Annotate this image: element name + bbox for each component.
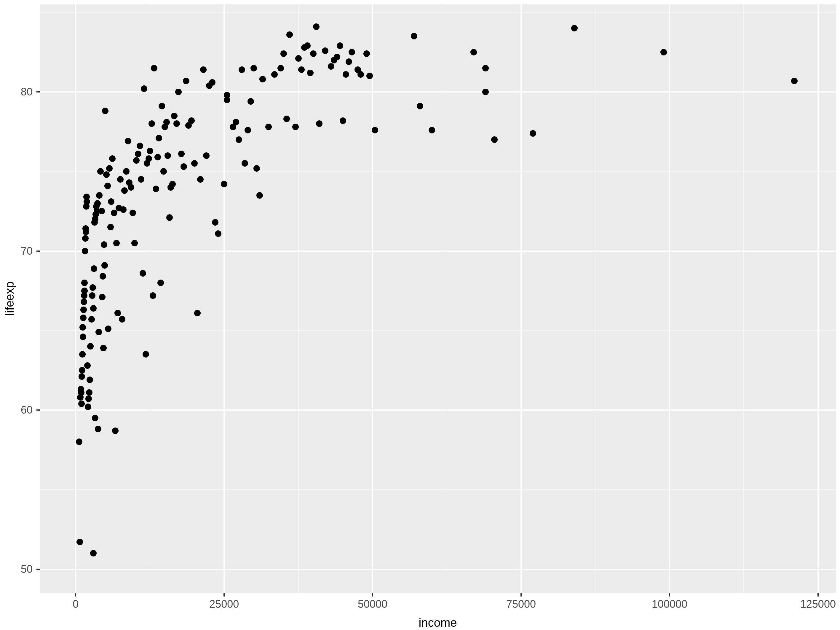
x-gridline-minor xyxy=(447,5,447,593)
data-point xyxy=(295,55,302,62)
data-point xyxy=(278,65,284,71)
x-tick-label: 125000 xyxy=(800,599,836,609)
data-point xyxy=(106,165,113,172)
data-point xyxy=(150,292,156,299)
data-point xyxy=(87,376,93,383)
data-point xyxy=(81,306,87,313)
data-point xyxy=(89,292,95,299)
data-point xyxy=(280,51,287,57)
data-point xyxy=(109,155,115,162)
y-axis-title: lifeexp xyxy=(3,281,16,316)
data-point xyxy=(81,287,88,294)
data-point xyxy=(80,314,87,321)
data-point xyxy=(209,79,215,86)
data-point xyxy=(224,92,230,98)
x-tick-label: 100000 xyxy=(652,599,687,609)
x-gridline xyxy=(818,5,819,593)
data-point xyxy=(101,241,107,248)
y-tick-label: 50 xyxy=(21,564,33,575)
data-point xyxy=(87,343,94,349)
data-point xyxy=(104,183,111,189)
data-point xyxy=(128,184,134,191)
data-point xyxy=(81,298,87,305)
data-point xyxy=(156,135,162,141)
data-point xyxy=(346,58,352,65)
data-point xyxy=(92,415,98,421)
x-axis-title: income xyxy=(419,616,457,629)
data-point xyxy=(334,54,340,60)
data-point xyxy=(135,151,141,157)
y-gridline-minor xyxy=(40,330,836,331)
data-point xyxy=(166,214,173,221)
data-point xyxy=(178,151,185,157)
data-point xyxy=(105,325,111,332)
data-point xyxy=(82,248,88,254)
data-point xyxy=(96,192,103,199)
plot-panel xyxy=(40,5,836,593)
data-point xyxy=(215,231,221,237)
data-point xyxy=(123,168,129,175)
data-point xyxy=(191,160,198,167)
data-point xyxy=(79,324,86,330)
data-point xyxy=(79,367,85,374)
data-point xyxy=(482,65,489,71)
x-tick-label: 25000 xyxy=(209,599,239,609)
data-point xyxy=(147,148,153,154)
data-point xyxy=(349,49,355,55)
y-gridline xyxy=(40,568,836,570)
data-point xyxy=(482,88,489,95)
data-point xyxy=(88,316,95,322)
data-point xyxy=(188,117,195,124)
data-point xyxy=(253,165,260,172)
data-point xyxy=(85,395,92,402)
data-point xyxy=(79,351,86,358)
data-point xyxy=(95,329,102,335)
data-point xyxy=(298,66,305,73)
data-point xyxy=(84,198,90,205)
data-point xyxy=(233,119,239,125)
y-gridline xyxy=(40,409,836,411)
data-point xyxy=(471,49,477,55)
data-point xyxy=(242,160,248,167)
data-point xyxy=(411,33,417,39)
x-tick-mark xyxy=(818,593,819,597)
data-point xyxy=(101,262,108,268)
data-point xyxy=(256,192,263,199)
data-point xyxy=(175,88,182,95)
data-point xyxy=(119,316,125,322)
data-point xyxy=(328,63,334,69)
y-gridline xyxy=(40,251,836,252)
x-tick-label: 0 xyxy=(73,599,79,609)
data-point xyxy=(183,78,189,84)
x-tick-label: 75000 xyxy=(506,599,536,609)
data-point xyxy=(99,273,106,279)
x-gridline xyxy=(372,5,373,593)
data-point xyxy=(121,187,128,194)
x-tick-label: 50000 xyxy=(358,599,387,609)
x-gridline xyxy=(521,5,522,593)
y-tick-mark xyxy=(36,568,40,570)
data-point xyxy=(97,168,104,175)
data-point xyxy=(141,85,147,92)
data-point xyxy=(357,71,364,78)
data-point xyxy=(98,208,105,214)
data-point xyxy=(292,124,299,130)
data-point xyxy=(85,404,91,410)
data-point xyxy=(236,136,242,143)
data-point xyxy=(81,279,88,286)
data-point xyxy=(76,539,83,545)
data-point xyxy=(372,127,378,133)
x-tick-mark xyxy=(669,593,670,597)
data-point xyxy=(107,224,114,231)
data-point xyxy=(169,181,176,187)
data-point xyxy=(307,69,314,76)
data-point xyxy=(174,120,180,127)
y-gridline xyxy=(40,91,836,93)
data-point xyxy=(245,127,251,133)
data-point xyxy=(164,152,171,159)
data-point xyxy=(180,163,187,170)
data-point xyxy=(90,284,96,291)
y-tick-mark xyxy=(36,409,40,411)
data-point xyxy=(91,265,97,272)
scatter-chart: income lifeexp 0250005000075000100000125… xyxy=(0,0,840,630)
